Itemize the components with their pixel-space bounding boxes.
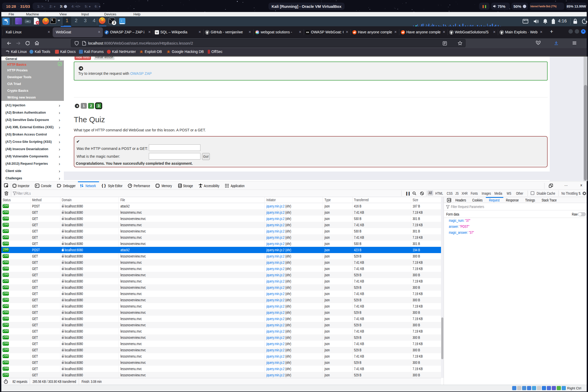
svg-text:W: W bbox=[156, 31, 158, 34]
